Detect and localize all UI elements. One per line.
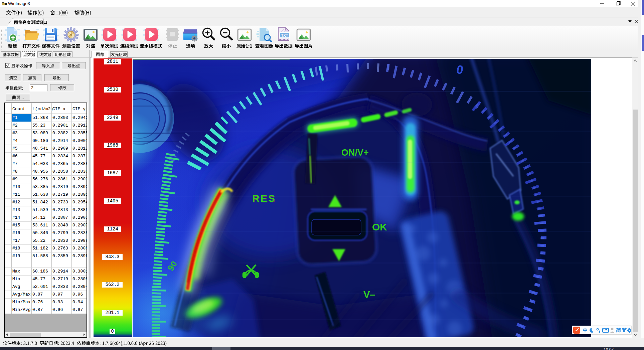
svg-text:RES: RES [252, 193, 276, 204]
svg-text:ON/V+: ON/V+ [341, 148, 369, 158]
svg-text:TXT: TXT [281, 33, 288, 37]
svg-text:V–: V– [363, 289, 375, 300]
